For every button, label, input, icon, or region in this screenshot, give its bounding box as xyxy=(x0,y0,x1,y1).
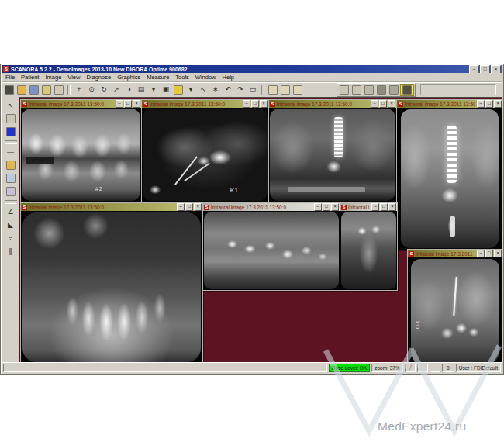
draw-line-icon[interactable]: ╱ xyxy=(405,364,416,372)
minimize-button[interactable]: – xyxy=(371,203,379,211)
invert-icon[interactable]: ▣ xyxy=(160,84,172,95)
menu-file[interactable]: File xyxy=(5,74,15,81)
angle-tool-icon[interactable]: ∠ xyxy=(4,205,18,218)
restore-button[interactable]: □ xyxy=(323,203,330,211)
minimize-button[interactable]: – xyxy=(477,100,485,108)
restore-button[interactable]: □ xyxy=(485,250,493,257)
close-button[interactable]: × xyxy=(260,100,268,108)
export-image-icon[interactable] xyxy=(53,84,65,95)
sensor-clamp2-icon[interactable] xyxy=(350,84,363,95)
restore-button[interactable]: □ xyxy=(379,100,387,108)
menu-graphics[interactable]: Graphics xyxy=(117,74,140,81)
xray-image-bitewing-molars[interactable]: #2 xyxy=(21,108,141,202)
minimize-button[interactable]: – xyxy=(314,203,322,211)
reading-view-2-icon[interactable] xyxy=(279,84,292,95)
restore-button[interactable]: □ xyxy=(185,203,193,211)
divide-tool-icon[interactable]: ÷ xyxy=(4,232,18,244)
minimize-button[interactable]: – xyxy=(477,250,485,257)
acquire-icon[interactable] xyxy=(3,84,16,95)
image-window-7-titlebar[interactable]: S Intraoral i... – □ × xyxy=(340,203,397,211)
image-window-4-titlebar[interactable]: S Intraoral image 17.3.2011 13:50:0 – □ … xyxy=(397,100,502,108)
lens-icon[interactable] xyxy=(375,84,388,95)
close-button[interactable]: × xyxy=(133,100,140,108)
region-tool-icon[interactable] xyxy=(4,185,18,198)
point-select-icon[interactable]: ↗ xyxy=(110,84,123,95)
status-tool-icon-3[interactable] xyxy=(430,364,440,372)
image-window-1-titlebar[interactable]: S Intraoral image 17.3.2011 13:50:0 – □ … xyxy=(21,100,141,108)
capture-active-icon[interactable] xyxy=(400,84,414,96)
reading-view-1-icon[interactable] xyxy=(267,84,279,95)
restore-button[interactable]: □ xyxy=(251,100,259,108)
window-level-menu-icon[interactable]: ▾ xyxy=(147,84,160,95)
minimize-button[interactable]: – xyxy=(243,100,250,108)
line-tool-icon[interactable]: — xyxy=(4,146,18,158)
close-button[interactable]: × xyxy=(494,250,502,257)
app-minimize-button[interactable]: – xyxy=(469,65,479,74)
rotate-icon[interactable]: ↻ xyxy=(98,84,110,95)
menu-tools[interactable]: Tools xyxy=(175,74,189,81)
app-title-bar[interactable]: S SCANORA 5.2.2 - DemoImages 2013-10 New… xyxy=(2,65,502,73)
menu-help[interactable]: Help xyxy=(223,74,234,81)
status-tool-icon-2[interactable] xyxy=(417,364,428,372)
timer-icon[interactable] xyxy=(363,84,375,95)
minimize-button[interactable]: – xyxy=(177,203,185,211)
window-level-icon[interactable]: ▤ xyxy=(135,84,147,95)
open-image-icon[interactable] xyxy=(16,84,28,95)
close-button[interactable]: × xyxy=(331,203,339,211)
contrast-icon[interactable]: ◑ xyxy=(123,84,135,95)
redo-icon[interactable]: ↷ xyxy=(234,84,247,95)
xray-image-bitewing-fillings[interactable] xyxy=(203,211,340,290)
sensor-clamp-icon[interactable] xyxy=(338,84,350,95)
menu-view[interactable]: View xyxy=(67,74,80,81)
restore-button[interactable]: □ xyxy=(485,100,493,108)
pointer-tool-icon[interactable]: ↖ xyxy=(4,99,18,112)
image-window-3-titlebar[interactable]: S Intraoral image 17.3.2011 13:50:0 – □ … xyxy=(269,100,396,108)
menu-diagnose[interactable]: Diagnose xyxy=(86,74,111,81)
image-window-8-titlebar[interactable]: S Intraoral image 17.3.2011 – □ × xyxy=(408,250,502,257)
close-button[interactable]: × xyxy=(388,203,396,211)
enhance-cursor-icon[interactable]: ↖ xyxy=(197,84,209,95)
lasso-tool-icon[interactable] xyxy=(4,112,18,125)
image-window-6-titlebar[interactable]: S Intraoral image 17.3.2011 13:50:0 – □ … xyxy=(203,203,340,211)
undo-icon[interactable]: ↶ xyxy=(222,84,234,95)
stamp-tool-icon xyxy=(6,161,16,170)
close-button[interactable]: × xyxy=(194,203,202,211)
color-swatch xyxy=(6,127,16,136)
parallel-tool-icon[interactable]: ∥ xyxy=(4,245,18,257)
minimize-button[interactable]: – xyxy=(116,100,123,108)
save-image-icon[interactable] xyxy=(28,84,40,95)
image-window-5-titlebar[interactable]: S Intraoral image 17.3.2011 13:50:0 – □ … xyxy=(21,203,202,211)
close-button[interactable]: × xyxy=(388,100,395,108)
restore-button[interactable]: □ xyxy=(380,203,388,211)
triangle-tool-icon[interactable]: ◣ xyxy=(4,219,18,231)
app-maximize-button[interactable]: □ xyxy=(480,65,490,74)
pan-icon[interactable]: + xyxy=(73,84,85,95)
menu-image[interactable]: Image xyxy=(45,74,61,81)
stamp-tool-icon[interactable] xyxy=(4,159,18,171)
menu-patient[interactable]: Patient xyxy=(21,74,39,81)
reading-view-3-icon[interactable] xyxy=(292,84,304,95)
polyline-tool-icon[interactable] xyxy=(4,172,18,185)
annotation-menu-icon[interactable]: ▾ xyxy=(185,84,197,95)
xray-image-occlusal[interactable] xyxy=(21,211,202,364)
menu-measure[interactable]: Measure xyxy=(147,74,169,81)
xray-image-root-canal[interactable]: K1 xyxy=(142,108,268,202)
xray-image-periapical-small[interactable] xyxy=(340,211,397,290)
sharpen-icon[interactable]: ∗ xyxy=(209,84,222,95)
xray-image-implant[interactable] xyxy=(269,108,396,202)
close-button[interactable]: × xyxy=(494,100,502,108)
xray-image-implant-vertical[interactable] xyxy=(397,108,502,250)
color-swatch[interactable] xyxy=(4,126,18,138)
sphere-icon[interactable] xyxy=(388,84,400,95)
xray-image-root-fill[interactable]: G1 xyxy=(408,257,502,364)
image-window-2-titlebar[interactable]: S Intraoral image 17.3.2011 13:50:0 – □ … xyxy=(142,100,268,108)
copy-image-icon[interactable] xyxy=(40,84,53,95)
app-close-button[interactable]: × xyxy=(491,65,501,74)
menu-window[interactable]: Window xyxy=(195,74,216,81)
reading-view-3-icon xyxy=(293,85,302,95)
crop-icon[interactable]: ▭ xyxy=(247,84,259,95)
minimize-button[interactable]: – xyxy=(371,100,378,108)
zoom-icon[interactable]: ⊙ xyxy=(85,84,98,95)
annotation-icon[interactable] xyxy=(172,84,185,95)
restore-button[interactable]: □ xyxy=(124,100,132,108)
